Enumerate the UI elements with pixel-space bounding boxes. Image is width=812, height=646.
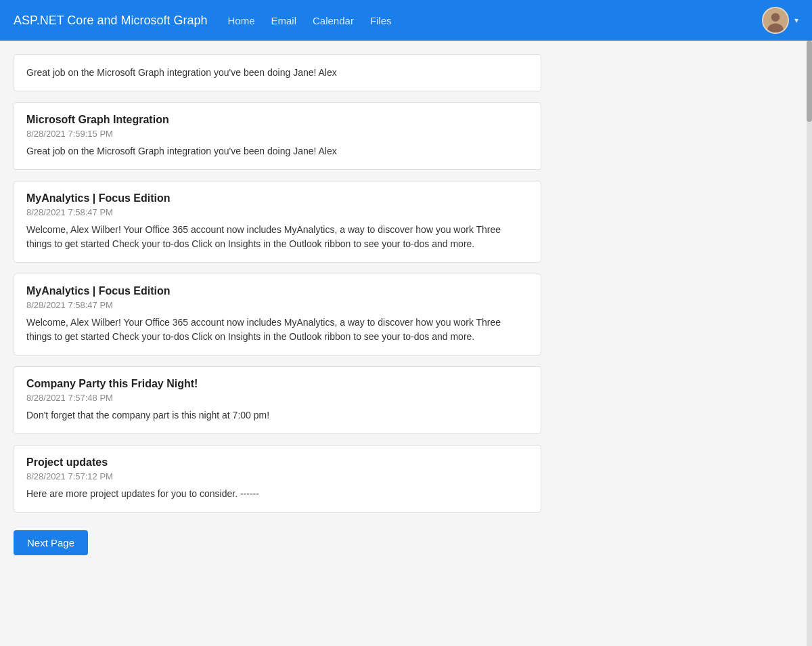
email-date: 8/28/2021 7:59:15 PM xyxy=(26,129,528,139)
nav-files[interactable]: Files xyxy=(370,15,392,26)
chevron-down-icon: ▾ xyxy=(794,16,798,25)
email-body: Welcome, Alex Wilber! Your Office 365 ac… xyxy=(26,223,528,251)
list-item: Microsoft Graph Integration 8/28/2021 7:… xyxy=(14,102,541,170)
email-body: Don't forget that the company part is th… xyxy=(26,408,528,423)
email-subject: MyAnalytics | Focus Edition xyxy=(26,192,528,204)
list-item: Great job on the Microsoft Graph integra… xyxy=(14,54,541,91)
nav-links: Home Email Calendar Files xyxy=(227,15,798,26)
list-item: MyAnalytics | Focus Edition 8/28/2021 7:… xyxy=(14,274,541,356)
list-item: MyAnalytics | Focus Edition 8/28/2021 7:… xyxy=(14,181,541,263)
list-item: Company Party this Friday Night! 8/28/20… xyxy=(14,366,541,434)
nav-home[interactable]: Home xyxy=(227,15,254,26)
next-page-button[interactable]: Next Page xyxy=(14,530,88,555)
email-subject: Microsoft Graph Integration xyxy=(26,114,528,126)
email-body: Welcome, Alex Wilber! Your Office 365 ac… xyxy=(26,316,528,344)
email-subject: Company Party this Friday Night! xyxy=(26,378,528,390)
email-date: 8/28/2021 7:57:12 PM xyxy=(26,471,528,481)
svg-point-1 xyxy=(771,13,780,22)
email-subject: Project updates xyxy=(26,456,528,469)
nav-email[interactable]: Email xyxy=(271,15,296,26)
list-item: Project updates 8/28/2021 7:57:12 PM Her… xyxy=(14,445,541,513)
email-body: Here are more project updates for you to… xyxy=(26,487,528,501)
email-date: 8/28/2021 7:58:47 PM xyxy=(26,207,528,217)
email-list: Great job on the Microsoft Graph integra… xyxy=(0,41,555,646)
email-date: 8/28/2021 7:58:47 PM xyxy=(26,300,528,310)
navbar: ASP.NET Core and Microsoft Graph Home Em… xyxy=(0,0,812,41)
user-avatar-menu[interactable]: ▾ xyxy=(762,7,798,34)
scroll-thumb[interactable] xyxy=(807,41,812,122)
avatar xyxy=(762,7,789,34)
scrollbar[interactable] xyxy=(807,41,812,646)
nav-calendar[interactable]: Calendar xyxy=(313,15,354,26)
email-subject: MyAnalytics | Focus Edition xyxy=(26,285,528,297)
email-date: 8/28/2021 7:57:48 PM xyxy=(26,393,528,403)
app-title: ASP.NET Core and Microsoft Graph xyxy=(14,14,207,28)
email-body: Great job on the Microsoft Graph integra… xyxy=(26,144,528,158)
email-body: Great job on the Microsoft Graph integra… xyxy=(26,66,528,80)
